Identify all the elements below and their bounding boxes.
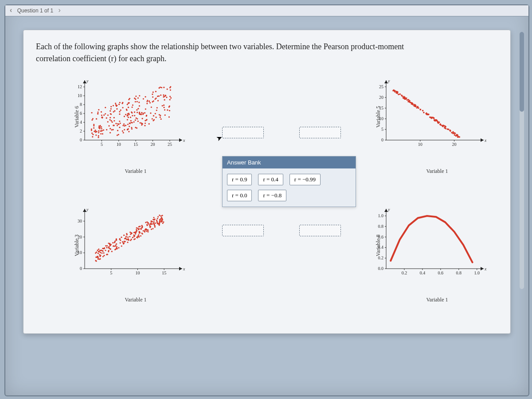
svg-point-134 bbox=[101, 128, 102, 129]
svg-point-498 bbox=[102, 256, 104, 257]
ylabel-bl: Variable 3 bbox=[74, 235, 80, 256]
svg-point-206 bbox=[105, 113, 106, 114]
svg-point-215 bbox=[110, 113, 112, 115]
svg-point-598 bbox=[137, 237, 138, 238]
svg-point-607 bbox=[146, 221, 148, 223]
svg-text:20: 20 bbox=[151, 142, 155, 147]
svg-point-373 bbox=[442, 125, 444, 126]
answer-chip[interactable]: r = 0.4 bbox=[258, 174, 283, 185]
svg-point-592 bbox=[134, 231, 136, 233]
drop-target-bl[interactable] bbox=[222, 225, 264, 236]
svg-point-231 bbox=[132, 104, 133, 106]
svg-point-621 bbox=[154, 225, 156, 227]
xlabel-tr: Variable 1 bbox=[426, 168, 448, 175]
svg-text:10: 10 bbox=[418, 142, 422, 147]
svg-point-222 bbox=[141, 122, 142, 124]
app-window: ‹ Question 1 of 1 › Each of the followin… bbox=[4, 4, 529, 396]
svg-point-482 bbox=[105, 245, 106, 246]
svg-point-132 bbox=[118, 124, 119, 125]
svg-point-216 bbox=[143, 113, 144, 114]
svg-point-185 bbox=[129, 102, 130, 103]
svg-point-590 bbox=[137, 235, 138, 237]
svg-point-225 bbox=[93, 125, 94, 126]
svg-point-617 bbox=[119, 239, 120, 240]
answer-chip[interactable]: r = −0.8 bbox=[258, 190, 286, 201]
svg-point-366 bbox=[454, 133, 456, 134]
svg-point-460 bbox=[163, 221, 164, 223]
svg-point-208 bbox=[119, 113, 120, 115]
svg-point-243 bbox=[119, 111, 120, 112]
svg-point-14 bbox=[105, 107, 106, 108]
svg-point-582 bbox=[116, 246, 117, 247]
svg-point-356 bbox=[431, 117, 433, 118]
svg-point-59 bbox=[155, 117, 156, 118]
svg-point-183 bbox=[155, 113, 156, 114]
svg-point-26 bbox=[95, 129, 96, 131]
svg-point-66 bbox=[149, 102, 151, 103]
svg-text:20: 20 bbox=[379, 95, 383, 100]
svg-point-168 bbox=[146, 101, 148, 102]
forward-icon[interactable]: › bbox=[58, 6, 60, 14]
svg-point-211 bbox=[133, 121, 135, 122]
svg-point-223 bbox=[111, 121, 113, 123]
answer-bank-title: Answer Bank bbox=[223, 156, 356, 168]
svg-point-217 bbox=[160, 117, 161, 118]
svg-point-122 bbox=[98, 135, 99, 137]
scrollbar-thumb[interactable] bbox=[520, 32, 524, 112]
svg-point-136 bbox=[134, 111, 135, 113]
ylabel-br: Variable 8 bbox=[375, 235, 382, 256]
svg-point-478 bbox=[138, 226, 140, 227]
svg-point-145 bbox=[119, 102, 121, 103]
svg-point-463 bbox=[153, 221, 155, 223]
svg-point-86 bbox=[152, 96, 153, 98]
svg-point-484 bbox=[136, 229, 137, 230]
svg-point-310 bbox=[429, 117, 431, 118]
svg-point-393 bbox=[444, 127, 446, 129]
answer-chip[interactable]: r = 0.0 bbox=[227, 190, 252, 201]
svg-point-88 bbox=[163, 94, 164, 96]
ylabel-tr: Variable 5 bbox=[375, 106, 382, 128]
svg-point-219 bbox=[144, 125, 145, 126]
svg-text:25: 25 bbox=[379, 84, 383, 89]
answer-bank: Answer Bank r = 0.9r = 0.4r = −0.99r = 0… bbox=[222, 156, 356, 207]
svg-point-209 bbox=[98, 127, 100, 129]
svg-marker-249 bbox=[179, 138, 182, 142]
svg-point-390 bbox=[432, 117, 434, 119]
svg-point-6 bbox=[145, 122, 146, 124]
svg-point-584 bbox=[103, 255, 105, 256]
scrollbar[interactable] bbox=[520, 32, 524, 289]
svg-point-33 bbox=[152, 118, 153, 119]
svg-point-508 bbox=[146, 231, 147, 232]
drop-target-br[interactable] bbox=[299, 225, 341, 236]
svg-text:x: x bbox=[484, 266, 487, 271]
svg-point-559 bbox=[96, 257, 98, 258]
svg-text:20: 20 bbox=[452, 142, 457, 147]
svg-point-97 bbox=[106, 117, 107, 119]
svg-text:15: 15 bbox=[162, 270, 166, 275]
svg-point-588 bbox=[138, 229, 139, 230]
svg-point-610 bbox=[133, 235, 134, 236]
svg-point-563 bbox=[103, 248, 105, 249]
svg-point-624 bbox=[100, 252, 101, 253]
drop-target-tl[interactable] bbox=[222, 127, 264, 138]
svg-point-205 bbox=[122, 107, 123, 108]
back-icon[interactable]: ‹ bbox=[10, 6, 12, 14]
svg-point-553 bbox=[139, 232, 140, 234]
svg-point-5 bbox=[114, 110, 115, 112]
svg-point-196 bbox=[127, 113, 128, 114]
svg-point-470 bbox=[114, 246, 116, 247]
svg-point-535 bbox=[126, 239, 127, 240]
svg-point-212 bbox=[91, 112, 92, 113]
svg-point-58 bbox=[110, 128, 111, 129]
answer-chip[interactable]: r = 0.9 bbox=[227, 174, 252, 185]
svg-point-427 bbox=[112, 242, 113, 243]
drop-target-tr[interactable] bbox=[299, 127, 341, 138]
svg-point-234 bbox=[110, 132, 111, 133]
svg-point-391 bbox=[403, 97, 404, 99]
answer-chip[interactable]: r = −0.99 bbox=[289, 174, 321, 185]
svg-point-308 bbox=[457, 134, 458, 136]
svg-point-375 bbox=[434, 120, 435, 121]
svg-point-31 bbox=[128, 117, 129, 118]
svg-point-237 bbox=[122, 125, 124, 126]
svg-point-343 bbox=[398, 94, 399, 95]
